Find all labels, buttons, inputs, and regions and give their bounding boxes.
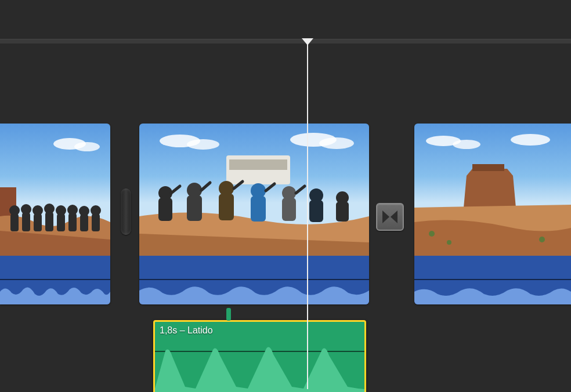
svg-rect-32 bbox=[251, 196, 266, 222]
svg-rect-10 bbox=[45, 212, 53, 231]
svg-rect-12 bbox=[57, 214, 65, 231]
svg-rect-4 bbox=[10, 214, 19, 231]
sfx-anchor[interactable] bbox=[226, 308, 231, 321]
video-clip-3[interactable] bbox=[414, 124, 571, 304]
clip-thumbnail bbox=[139, 124, 369, 256]
svg-point-48 bbox=[511, 134, 550, 146]
svg-rect-16 bbox=[80, 215, 88, 231]
video-clip-2[interactable] bbox=[139, 124, 369, 304]
clip-trim-handle[interactable] bbox=[121, 188, 131, 235]
svg-rect-24 bbox=[229, 159, 287, 170]
svg-point-52 bbox=[539, 237, 545, 242]
svg-rect-8 bbox=[34, 214, 42, 231]
sound-effect-clip[interactable]: 1,8s – Latido bbox=[153, 320, 366, 392]
playhead-line[interactable] bbox=[307, 44, 308, 389]
clip-audio-waveform[interactable] bbox=[139, 256, 369, 304]
svg-rect-34 bbox=[282, 198, 296, 221]
svg-rect-28 bbox=[187, 195, 202, 221]
svg-point-22 bbox=[319, 137, 354, 149]
svg-rect-49 bbox=[472, 164, 504, 171]
svg-line-42 bbox=[266, 184, 274, 191]
timeline-track-area[interactable]: 1,8s – Latido bbox=[0, 43, 571, 392]
svg-line-39 bbox=[171, 186, 180, 193]
clip-audio-waveform[interactable] bbox=[0, 256, 110, 304]
svg-marker-45 bbox=[391, 210, 397, 223]
svg-rect-26 bbox=[158, 198, 172, 221]
svg-rect-14 bbox=[68, 213, 77, 231]
toolbar-region bbox=[0, 0, 571, 38]
svg-rect-36 bbox=[309, 200, 323, 222]
svg-rect-6 bbox=[22, 213, 30, 231]
svg-rect-18 bbox=[92, 214, 100, 231]
svg-line-40 bbox=[201, 183, 210, 190]
svg-point-50 bbox=[429, 231, 435, 237]
transition-crossfade-icon[interactable] bbox=[376, 203, 404, 231]
svg-point-47 bbox=[453, 140, 480, 149]
svg-marker-44 bbox=[382, 210, 389, 223]
clip-audio-waveform[interactable] bbox=[414, 256, 571, 304]
svg-point-2 bbox=[74, 142, 100, 151]
svg-rect-30 bbox=[219, 194, 234, 220]
clip-thumbnail bbox=[0, 124, 110, 256]
svg-point-51 bbox=[447, 240, 451, 245]
video-clip-1[interactable] bbox=[0, 124, 110, 304]
sfx-waveform bbox=[155, 322, 364, 392]
svg-point-20 bbox=[187, 139, 219, 150]
svg-rect-38 bbox=[336, 202, 349, 222]
clip-thumbnail bbox=[414, 124, 571, 256]
svg-line-43 bbox=[296, 186, 305, 193]
